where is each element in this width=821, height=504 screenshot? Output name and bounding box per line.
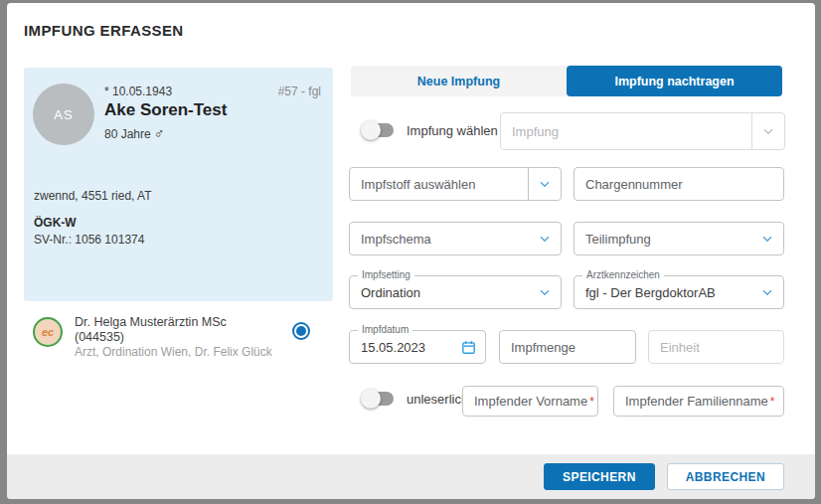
- vorname-placeholder: Impfender Vorname*: [463, 394, 597, 409]
- tab-bar: Neue Impfung Impfung nachtragen: [351, 66, 782, 96]
- patient-record-ref: #57 - fgl: [278, 84, 321, 98]
- calendar-icon[interactable]: [451, 339, 485, 356]
- ecard-logo-icon: ec: [33, 317, 63, 347]
- arztkennzeichen-select[interactable]: Arztkennzeichen fgl - Der BergdoktorAB: [574, 275, 784, 309]
- doctor-radio-selected[interactable]: [292, 322, 310, 340]
- patient-name: Ake Soren-Test: [104, 100, 227, 120]
- impfschema-placeholder: Impfschema: [350, 232, 529, 247]
- chevron-down-icon[interactable]: [751, 276, 783, 308]
- impfschema-select[interactable]: Impfschema: [349, 222, 562, 255]
- impfdatum-field[interactable]: Impfdatum 15.05.2023: [349, 330, 486, 364]
- impfsetting-select[interactable]: Impfsetting Ordination: [349, 275, 562, 309]
- patient-birthdate: * 10.05.1943: [104, 84, 172, 98]
- dialog-footer: SPEICHERN ABBRECHEN: [7, 454, 815, 499]
- impfstoff-select[interactable]: Impfstoff auswählen: [349, 167, 562, 201]
- impfdatum-value: 15.05.2023: [350, 340, 451, 355]
- doctor-name: Dr. Helga Musterärztin MSc: [75, 315, 227, 329]
- chevron-down-icon[interactable]: [529, 276, 561, 308]
- doctor-number: (044535): [75, 330, 124, 344]
- cancel-button[interactable]: ABBRECHEN: [667, 463, 784, 490]
- chargennummer-input[interactable]: Chargennummer: [574, 167, 784, 201]
- required-marker: *: [589, 395, 594, 409]
- impfstoff-placeholder: Impfstoff auswählen: [350, 177, 528, 192]
- chevron-down-icon[interactable]: [529, 223, 561, 254]
- patient-card: AS * 10.05.1943 Ake Soren-Test 80 Jahre♂…: [24, 68, 333, 301]
- arztkennzeichen-value: fgl - Der BergdoktorAB: [575, 285, 751, 300]
- impfmenge-placeholder: Impfmenge: [500, 340, 635, 355]
- impfender-vorname-input[interactable]: Impfender Vorname*: [462, 386, 598, 417]
- required-marker: *: [770, 395, 775, 409]
- arztkennzeichen-label: Arztkennzeichen: [582, 269, 664, 281]
- impfdatum-label: Impfdatum: [358, 324, 412, 336]
- einheit-input: Einheit: [648, 330, 784, 364]
- impfung-select: Impfung: [500, 112, 785, 150]
- familienname-placeholder: Impfender Familienname*: [614, 394, 783, 409]
- doctor-details: Arzt, Ordination Wien, Dr. Felix Glück: [75, 345, 272, 359]
- patient-sv-number: SV-Nr.: 1056 101374: [34, 233, 144, 247]
- save-button[interactable]: SPEICHERN: [544, 463, 655, 490]
- impfsetting-value: Ordination: [350, 285, 529, 300]
- impfung-waehlen-label: Impfung wählen: [407, 123, 498, 138]
- toggle-thumb: [361, 120, 381, 140]
- unleserlich-toggle[interactable]: [361, 389, 397, 409]
- impfung-waehlen-toggle[interactable]: [361, 120, 397, 140]
- chargennummer-placeholder: Chargennummer: [575, 177, 783, 192]
- male-gender-icon: ♂: [154, 125, 165, 141]
- einheit-placeholder: Einheit: [649, 340, 783, 355]
- impfung-erfassen-dialog: IMPFUNG ERFASSEN AS * 10.05.1943 Ake Sor…: [7, 3, 815, 499]
- impfung-placeholder: Impfung: [501, 124, 751, 139]
- patient-insurance: ÖGK-W: [34, 216, 77, 230]
- teilimpfung-placeholder: Teilimpfung: [575, 232, 751, 247]
- patient-address: zwennd, 4551 ried, AT: [34, 189, 152, 203]
- toggle-thumb: [361, 389, 381, 409]
- impfmenge-input[interactable]: Impfmenge: [499, 330, 636, 364]
- teilimpfung-select[interactable]: Teilimpfung: [574, 222, 784, 255]
- page-title: IMPFUNG ERFASSEN: [24, 22, 184, 39]
- tab-impfung-nachtragen[interactable]: Impfung nachtragen: [567, 66, 782, 96]
- chevron-down-icon: [751, 113, 784, 149]
- tab-neue-impfung[interactable]: Neue Impfung: [351, 66, 567, 96]
- radio-dot: [296, 326, 306, 336]
- chevron-down-icon[interactable]: [528, 168, 561, 200]
- patient-age-text: 80 Jahre: [104, 127, 151, 141]
- impfender-familienname-input[interactable]: Impfender Familienname*: [613, 386, 784, 417]
- unleserlich-label: unleserlich: [407, 392, 468, 407]
- patient-avatar: AS: [33, 84, 94, 145]
- patient-age: 80 Jahre♂: [104, 125, 164, 141]
- impfsetting-label: Impfsetting: [358, 269, 414, 281]
- doctor-row[interactable]: ec Dr. Helga Musterärztin MSc (044535) A…: [24, 313, 333, 361]
- chevron-down-icon[interactable]: [751, 223, 783, 254]
